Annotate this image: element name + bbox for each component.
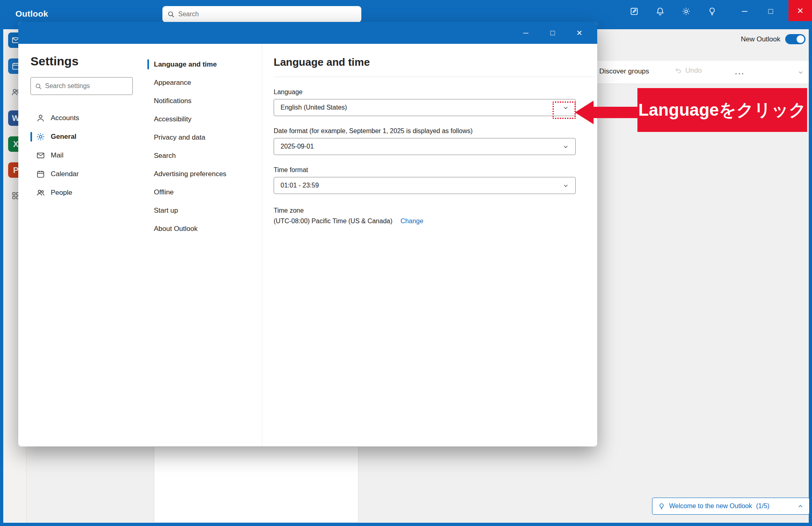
person-icon bbox=[36, 114, 45, 123]
category-label: Search bbox=[154, 152, 176, 160]
time-zone-label: Time zone bbox=[274, 207, 577, 214]
message-list-panel bbox=[154, 446, 358, 523]
category-appearance[interactable]: Appearance bbox=[147, 73, 262, 92]
search-input[interactable] bbox=[178, 11, 356, 18]
undo-label: Undo bbox=[685, 67, 702, 75]
notifications-bell-icon[interactable] bbox=[651, 0, 669, 23]
new-outlook-toggle[interactable] bbox=[785, 34, 806, 44]
toggle-knob bbox=[797, 35, 804, 43]
annotation-arrow-bar bbox=[592, 107, 638, 118]
people-icon bbox=[36, 188, 45, 197]
powerpoint-letter: P bbox=[13, 166, 18, 175]
language-select[interactable]: English (United States) bbox=[274, 99, 576, 116]
category-label: Appearance bbox=[154, 79, 191, 87]
undo-button[interactable]: Undo bbox=[675, 67, 702, 75]
language-value: English (United States) bbox=[281, 104, 347, 111]
divider bbox=[274, 77, 595, 77]
undo-icon bbox=[675, 67, 682, 74]
time-format-select[interactable]: 01:01 - 23:59 bbox=[274, 177, 576, 194]
nav-label: Calendar bbox=[51, 170, 79, 178]
tips-lightbulb-icon[interactable] bbox=[703, 0, 721, 23]
time-zone-change-link[interactable]: Change bbox=[401, 218, 423, 225]
feedback-icon[interactable] bbox=[625, 0, 643, 23]
app-name: Outlook bbox=[15, 9, 48, 19]
settings-content-panel: Language and time Language English (Unit… bbox=[262, 44, 597, 446]
date-format-select[interactable]: 2025-09-01 bbox=[274, 138, 576, 155]
category-privacy-and-data[interactable]: Privacy and data bbox=[147, 128, 262, 147]
window-maximize-button[interactable]: □ bbox=[762, 0, 780, 23]
category-label: Notifications bbox=[154, 97, 192, 105]
nav-label: People bbox=[51, 189, 72, 197]
lightbulb-icon bbox=[658, 503, 665, 510]
nav-label: General bbox=[51, 133, 76, 141]
category-label: Accessibility bbox=[154, 115, 192, 123]
calendar-icon bbox=[36, 170, 45, 179]
settings-search-box[interactable] bbox=[30, 77, 133, 95]
settings-gear-icon[interactable] bbox=[677, 0, 695, 23]
settings-nav-people[interactable]: People bbox=[30, 183, 130, 202]
category-accessibility[interactable]: Accessibility bbox=[147, 110, 262, 128]
new-outlook-label: New Outlook bbox=[741, 35, 780, 43]
time-zone-value: (UTC-08:00) Pacific Time (US & Canada) bbox=[274, 218, 393, 225]
chevron-up-icon bbox=[797, 503, 803, 509]
settings-nav-general[interactable]: General bbox=[30, 127, 130, 146]
discover-groups-button[interactable]: Discover groups bbox=[599, 67, 649, 75]
gear-icon bbox=[36, 132, 45, 141]
category-label: Start up bbox=[154, 207, 178, 215]
excel-letter: X bbox=[13, 140, 18, 149]
chevron-down-icon bbox=[563, 144, 569, 150]
chevron-down-icon bbox=[563, 183, 569, 189]
category-label: About Outlook bbox=[154, 225, 198, 233]
category-label: Advertising preferences bbox=[154, 170, 227, 178]
category-language-and-time[interactable]: Language and time bbox=[147, 55, 262, 73]
annotation-arrow-head bbox=[575, 101, 594, 124]
settings-heading: Settings bbox=[30, 54, 147, 68]
time-format-label: Time format bbox=[274, 166, 577, 174]
category-notifications[interactable]: Notifications bbox=[147, 92, 262, 110]
settings-nav-mail[interactable]: Mail bbox=[30, 146, 130, 165]
window-minimize-button[interactable]: ─ bbox=[736, 0, 754, 23]
top-search-box[interactable] bbox=[162, 6, 361, 22]
window-close-button[interactable]: × bbox=[788, 0, 812, 21]
more-options-button[interactable]: ... bbox=[731, 63, 749, 80]
settings-nav-column: Settings Accounts General Mail bbox=[18, 44, 147, 446]
tip-count: (1/5) bbox=[756, 502, 769, 510]
date-format-value: 2025-09-01 bbox=[281, 143, 314, 150]
category-offline[interactable]: Offline bbox=[147, 183, 262, 201]
category-label: Language and time bbox=[154, 60, 217, 69]
search-icon bbox=[35, 83, 42, 90]
category-search[interactable]: Search bbox=[147, 147, 262, 165]
language-label: Language bbox=[274, 88, 577, 96]
category-advertising-preferences[interactable]: Advertising preferences bbox=[147, 165, 262, 183]
date-format-label: Date format (for example, September 1, 2… bbox=[274, 127, 577, 135]
dialog-maximize-button[interactable]: □ bbox=[547, 29, 558, 37]
welcome-tip-button[interactable]: Welcome to the new Outlook (1/5) bbox=[652, 498, 810, 515]
dialog-close-button[interactable]: × bbox=[574, 27, 585, 39]
nav-label: Mail bbox=[51, 151, 63, 160]
dialog-minimize-button[interactable]: ─ bbox=[520, 29, 531, 37]
annotation-dotted-highlight bbox=[553, 101, 576, 119]
settings-nav-accounts[interactable]: Accounts bbox=[30, 109, 130, 127]
search-icon bbox=[167, 11, 175, 18]
settings-nav-calendar[interactable]: Calendar bbox=[30, 165, 130, 183]
tip-text: Welcome to the new Outlook bbox=[669, 502, 752, 510]
time-format-value: 01:01 - 23:59 bbox=[281, 182, 319, 189]
category-about-outlook[interactable]: About Outlook bbox=[147, 220, 262, 238]
new-outlook-switch-group: New Outlook bbox=[741, 34, 806, 44]
toolbar-collapse-chevron-icon[interactable] bbox=[797, 69, 804, 75]
category-label: Offline bbox=[154, 188, 174, 196]
mail-icon bbox=[36, 151, 45, 160]
content-title: Language and time bbox=[274, 56, 577, 69]
settings-dialog: ─ □ × Settings Accounts General bbox=[18, 22, 597, 446]
category-label: Privacy and data bbox=[154, 134, 205, 142]
annotation-text: Languageをクリック bbox=[638, 99, 806, 121]
annotation-callout: Languageをクリック bbox=[637, 88, 807, 132]
settings-search-input[interactable] bbox=[45, 82, 128, 90]
settings-dialog-titlebar: ─ □ × bbox=[18, 22, 597, 44]
settings-category-column: Language and time Appearance Notificatio… bbox=[147, 44, 262, 446]
nav-label: Accounts bbox=[51, 114, 79, 122]
category-start-up[interactable]: Start up bbox=[147, 201, 262, 220]
